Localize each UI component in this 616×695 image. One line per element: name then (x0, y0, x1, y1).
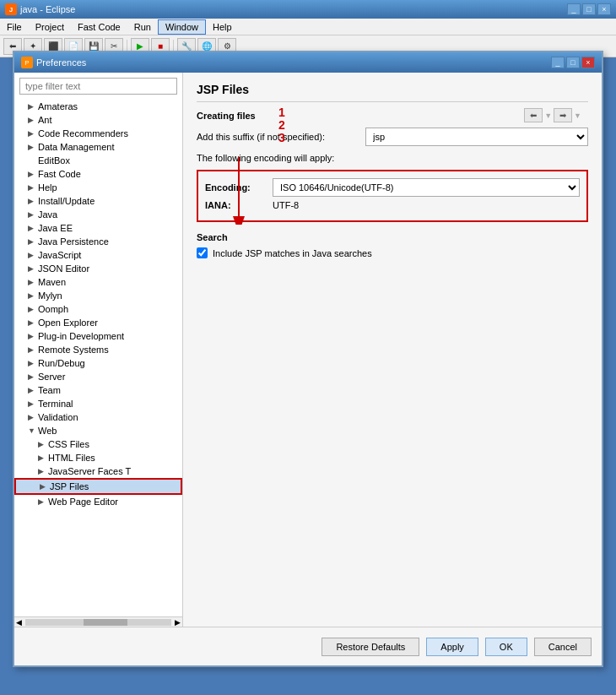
expand-arrow: ▶ (28, 359, 35, 367)
tree-item-java[interactable]: ▶ Java (14, 208, 182, 221)
close-btn[interactable]: × (597, 3, 611, 15)
prefs-close[interactable]: × (581, 57, 595, 68)
tree-panel: ▶ Amateras ▶ Ant ▶ Code Recommenders ▶ D… (14, 73, 183, 627)
app-titlebar: J java - Eclipse _ □ × (0, 0, 616, 19)
tree-content: ▶ Amateras ▶ Ant ▶ Code Recommenders ▶ D… (14, 100, 182, 616)
expand-arrow: ▶ (28, 278, 35, 286)
tree-item-html-files[interactable]: ▶ HTML Files (14, 451, 182, 464)
content-panel: JSP Files ⬅ ▼ ➡ ▼ 1 2 3 Creating files A… (183, 73, 602, 627)
tree-item-help[interactable]: ▶ Help (14, 181, 182, 194)
tree-item-plugin-dev[interactable]: ▶ Plug-in Development (14, 329, 182, 343)
tree-item-web-page-editor[interactable]: ▶ Web Page Editor (14, 495, 182, 508)
tree-item-json-editor[interactable]: ▶ JSON Editor (14, 262, 182, 275)
tree-item-jsp-files[interactable]: ▶ JSP Files (14, 478, 182, 495)
maximize-btn[interactable]: □ (582, 3, 596, 15)
tree-item-java-persistence[interactable]: ▶ Java Persistence (14, 235, 182, 248)
tree-item-validation[interactable]: ▶ Validation (14, 410, 182, 424)
menu-fastcode[interactable]: Fast Code (71, 20, 127, 34)
tree-item-remote-systems[interactable]: ▶ Remote Systems (14, 343, 182, 356)
tree-item-data-management[interactable]: ▶ Data Management (14, 140, 182, 154)
tree-item-install-update[interactable]: ▶ Install/Update (14, 194, 182, 208)
expand-arrow: ▶ (28, 143, 35, 151)
expand-arrow: ▶ (28, 170, 35, 178)
tree-item-mylyn[interactable]: ▶ Mylyn (14, 289, 182, 302)
tree-item-javascript[interactable]: ▶ JavaScript (14, 248, 182, 262)
scroll-left[interactable]: ◀ (14, 618, 22, 627)
red-arrow-svg (213, 157, 264, 225)
tree-item-code-recommenders[interactable]: ▶ Code Recommenders (14, 127, 182, 140)
expand-arrow: ▶ (28, 372, 35, 381)
encoding-select[interactable]: ISO 10646/Unicode(UTF-8) UTF-8 US-ASCII … (273, 178, 580, 197)
search-label: Search (197, 232, 588, 242)
prefs-footer: Restore Defaults Apply OK Cancel (14, 627, 602, 665)
expand-arrow: ▶ (28, 237, 35, 246)
tree-item-open-explorer[interactable]: ▶ Open Explorer (14, 316, 182, 329)
expand-arrow: ▶ (28, 399, 35, 408)
tree-item-team[interactable]: ▶ Team (14, 383, 182, 397)
expand-arrow: ▶ (28, 264, 35, 273)
expand-arrow: ▶ (28, 318, 35, 327)
scroll-right[interactable]: ▶ (175, 618, 182, 627)
restore-defaults-btn[interactable]: Restore Defaults (322, 638, 419, 656)
tree-scrollbar[interactable] (25, 619, 171, 626)
app-title: java - Eclipse (20, 4, 564, 14)
nav-back[interactable]: ⬅ (524, 108, 543, 122)
tree-item-java-ee[interactable]: ▶ Java EE (14, 221, 182, 235)
search-section: Search Include JSP matches in Java searc… (197, 232, 588, 258)
menu-project[interactable]: Project (29, 20, 71, 34)
expand-arrow: ▶ (38, 467, 45, 475)
prefs-body: ▶ Amateras ▶ Ant ▶ Code Recommenders ▶ D… (14, 73, 602, 627)
suffix-row: Add this suffix (if not specified): jsp (197, 128, 588, 146)
minimize-btn[interactable]: _ (567, 3, 581, 15)
menu-help[interactable]: Help (206, 20, 239, 34)
content-title: JSP Files (197, 83, 588, 102)
prefs-title: Preferences (36, 57, 86, 68)
expand-arrow: ▶ (28, 210, 35, 219)
apply-btn[interactable]: Apply (426, 638, 478, 656)
ok-btn[interactable]: OK (485, 638, 527, 656)
tree-item-ant[interactable]: ▶ Ant (14, 113, 182, 127)
prefs-titlebar: P Preferences _ □ × (14, 52, 602, 73)
expand-arrow: ▶ (28, 129, 35, 138)
prefs-maximize[interactable]: □ (566, 57, 580, 68)
tree-item-amateras[interactable]: ▶ Amateras (14, 100, 182, 113)
prefs-minimize[interactable]: _ (551, 57, 565, 68)
expand-arrow: ▶ (28, 386, 35, 394)
iana-value: UTF-8 (273, 200, 299, 210)
tree-item-editbox[interactable]: EditBox (14, 154, 182, 167)
expand-arrow: ▶ (28, 183, 35, 192)
include-jsp-checkbox[interactable] (197, 247, 208, 258)
tree-item-oomph[interactable]: ▶ Oomph (14, 302, 182, 316)
expand-arrow: ▶ (38, 453, 45, 462)
expand-arrow: ▶ (28, 345, 35, 354)
tree-item-css-files[interactable]: ▶ CSS Files (14, 437, 182, 451)
tree-item-server[interactable]: ▶ Server (14, 370, 182, 383)
tree-item-fast-code[interactable]: ▶ Fast Code (14, 167, 182, 181)
checkbox-row: Include JSP matches in Java searches (197, 247, 588, 258)
nav-forward[interactable]: ➡ (554, 108, 572, 122)
tree-item-terminal[interactable]: ▶ Terminal (14, 397, 182, 410)
suffix-label: Add this suffix (if not specified): (197, 132, 365, 142)
menu-file[interactable]: File (0, 20, 29, 34)
expand-arrow: ▶ (28, 291, 35, 300)
menu-window[interactable]: Window (158, 19, 206, 35)
cancel-btn[interactable]: Cancel (534, 638, 592, 656)
menu-run[interactable]: Run (127, 20, 158, 34)
filter-input[interactable] (19, 78, 177, 95)
tree-item-web[interactable]: ▼ Web (14, 424, 182, 437)
nav-sep: ▼ (544, 111, 552, 120)
expand-arrow: ▶ (28, 102, 35, 111)
menu-bar: File Project Fast Code Run Window Help (0, 19, 616, 35)
expand-arrow: ▶ (28, 224, 35, 232)
expand-arrow: ▶ (38, 440, 45, 448)
content-header: JSP Files ⬅ ▼ ➡ ▼ (197, 83, 588, 102)
tree-item-maven[interactable]: ▶ Maven (14, 275, 182, 289)
nav-forward-arrow: ▼ (574, 111, 581, 120)
prefs-controls: _ □ × (551, 57, 595, 68)
prefs-icon: P (21, 57, 33, 68)
expand-arrow: ▶ (38, 497, 45, 506)
suffix-select[interactable]: jsp (365, 128, 588, 146)
tree-item-run-debug[interactable]: ▶ Run/Debug (14, 356, 182, 370)
tree-item-jsf[interactable]: ▶ JavaServer Faces T (14, 464, 182, 478)
preferences-dialog: P Preferences _ □ × ▶ Amateras ▶ Ant ▶ (13, 51, 603, 667)
